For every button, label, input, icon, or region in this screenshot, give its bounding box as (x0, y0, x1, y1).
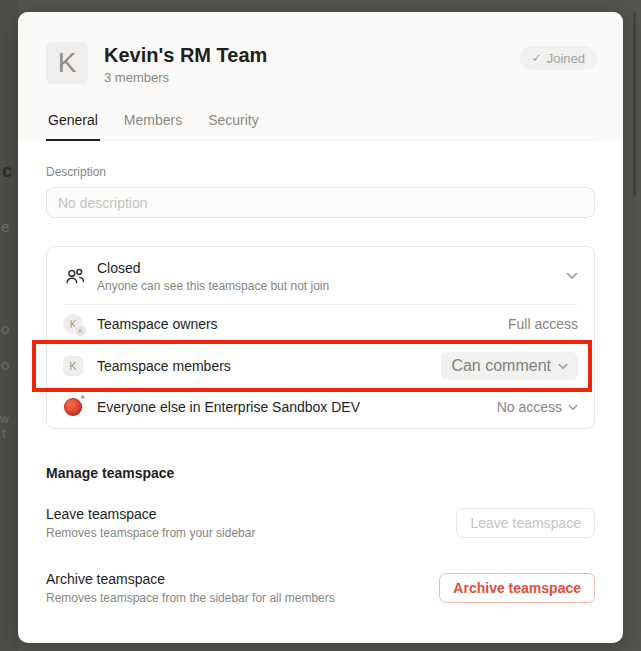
permission-row-members: K Teamspace members Can comment (47, 343, 594, 389)
leave-teamspace-subtitle: Removes teamspace from your sidebar (46, 526, 255, 540)
permission-row-everyone: ✦ Everyone else in Enterprise Sandbox DE… (47, 389, 594, 428)
teamspace-settings-dialog: K Kevin's RM Team 3 members ✓ Joined Gen… (18, 12, 623, 643)
dialog-header: K Kevin's RM Team 3 members ✓ Joined Gen… (18, 12, 623, 141)
check-icon: ✓ (532, 51, 542, 65)
members-avatar: K (63, 356, 83, 376)
leave-teamspace-title: Leave teamspace (46, 505, 255, 523)
tab-members[interactable]: Members (122, 112, 184, 141)
access-level-title: Closed (97, 259, 566, 277)
chevron-down-icon (558, 363, 568, 370)
sparkle-icon: ✦ (79, 394, 86, 402)
archive-teamspace-subtitle: Removes teamspace from the sidebar for a… (46, 591, 335, 605)
teamspace-title: Kevin's RM Team (104, 43, 267, 67)
leave-teamspace-button[interactable]: Leave teamspace (456, 508, 595, 538)
permission-row-label: Everyone else in Enterprise Sandbox DEV (97, 399, 497, 415)
owner-sub-avatar: K (74, 324, 87, 337)
access-level-selector[interactable]: Closed Anyone can see this teamspace but… (47, 247, 594, 304)
access-level-subtitle: Anyone can see this teamspace but not jo… (97, 279, 566, 293)
archive-teamspace-title: Archive teamspace (46, 570, 335, 588)
tab-bar: General Members Security (46, 112, 595, 141)
tab-security[interactable]: Security (206, 112, 261, 141)
overlay-left-shade (0, 0, 18, 651)
everyone-permission-dropdown[interactable]: No access (497, 399, 578, 415)
permissions-card: Closed Anyone can see this teamspace but… (46, 246, 595, 429)
member-count: 3 members (104, 70, 267, 85)
joined-badge[interactable]: ✓ Joined (520, 46, 597, 70)
people-icon (63, 265, 87, 287)
teamspace-avatar: K (46, 42, 88, 84)
joined-label: Joined (547, 51, 585, 66)
permission-row-owners: K K Teamspace owners Full access (47, 305, 594, 343)
archive-teamspace-button[interactable]: Archive teamspace (439, 573, 595, 603)
members-permission-dropdown[interactable]: Can comment (441, 352, 578, 380)
description-label: Description (46, 165, 595, 179)
leave-teamspace-row: Leave teamspace Removes teamspace from y… (46, 505, 595, 540)
chevron-down-icon (566, 272, 578, 280)
permission-row-label: Teamspace owners (97, 316, 508, 332)
owners-avatar: K K (63, 314, 83, 334)
description-input[interactable] (46, 187, 595, 218)
org-logo-icon: ✦ (64, 398, 82, 416)
chevron-down-icon (568, 404, 578, 411)
archive-teamspace-row: Archive teamspace Removes teamspace from… (46, 570, 595, 605)
permission-row-label: Teamspace members (97, 358, 441, 374)
permission-row-value: Full access (508, 316, 578, 332)
overlay-right-edge (633, 12, 636, 197)
manage-teamspace-heading: Manage teamspace (46, 465, 595, 481)
tab-general[interactable]: General (46, 112, 100, 141)
